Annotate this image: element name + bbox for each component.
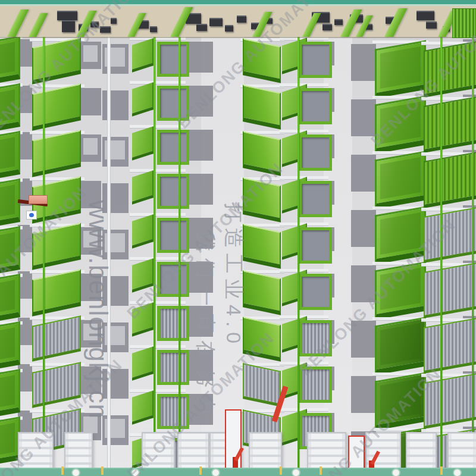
overhead-equipment [322, 24, 332, 30]
overhead-equipment [57, 11, 77, 20]
floor-marker-circle [212, 469, 219, 476]
rack-panel [0, 131, 20, 183]
shadow-block [186, 174, 213, 205]
rack-rail-green [298, 36, 299, 469]
rack-panel [424, 152, 476, 208]
aisle-floor-strip [0, 468, 476, 476]
factory-aerial-render: www.benlongkj.cn 打造工业4.0 我们一直在努力 BENLONG… [0, 0, 476, 476]
loading-station [406, 432, 437, 471]
shadow-block [351, 155, 376, 192]
rack-frame-slot [157, 218, 189, 253]
overhead-equipment [150, 26, 157, 32]
rack-panel [243, 270, 281, 315]
floor-marker-circle [73, 469, 79, 476]
floor-marker-dash [101, 466, 104, 475]
crane-logo-plate [26, 211, 37, 220]
rack-divider [132, 126, 154, 161]
rack-panel [424, 96, 476, 153]
floor-marker-circle [393, 469, 399, 476]
overhead-equipment [334, 19, 343, 25]
overhead-equipment [209, 18, 223, 26]
floor-marker-dash [199, 466, 202, 475]
shadowed-machine [83, 138, 98, 155]
rack-frame-slot [157, 350, 189, 385]
loading-station [64, 432, 93, 471]
rack-rail-green [43, 36, 45, 469]
rack-divider [132, 214, 154, 249]
floor-marker-circle [454, 469, 461, 476]
rack-frame-slot [299, 181, 332, 217]
rack-bracket [130, 213, 186, 217]
floor-marker-dash [61, 466, 64, 475]
overhead-equipment [426, 21, 437, 29]
shadow-block [351, 99, 376, 136]
rack-panel [375, 151, 426, 209]
rack-bracket [130, 125, 186, 129]
rack-frame-slot [157, 42, 189, 77]
loading-station [447, 432, 476, 471]
rack-rail-green [440, 36, 442, 469]
crane-logo-mark [29, 213, 34, 217]
rack-panel [32, 130, 81, 177]
shadow-block [102, 90, 129, 120]
overhead-equipment [225, 25, 233, 32]
rack-panel [243, 84, 281, 130]
loading-station [177, 432, 209, 471]
rack-bracket [130, 345, 186, 349]
rack-rail-green [472, 36, 474, 469]
rack-panel [32, 269, 81, 316]
rack-divider [132, 82, 154, 117]
rack-frame-slot [299, 227, 332, 264]
floor-marker-dash [440, 466, 443, 475]
rack-frame-slot [299, 42, 332, 78]
rack-frame-slot [157, 130, 189, 165]
rack-frame-slot [299, 134, 332, 171]
rack-frame-slot [157, 174, 189, 209]
ceiling-edge-highlight [0, 4, 476, 6]
shadow-block [186, 130, 213, 161]
rack-frame-slot [299, 274, 332, 310]
rack-divider [132, 170, 154, 205]
overhead-equipment [416, 11, 434, 20]
overhead-equipment [62, 20, 75, 32]
shadow-block [81, 88, 101, 115]
rack-divider [132, 38, 154, 73]
rack-panel [243, 224, 281, 269]
overhead-equipment [196, 24, 207, 31]
rack-bracket [130, 389, 186, 393]
robot-arm [234, 447, 244, 461]
floor-marker-dash [280, 466, 282, 475]
shadow-block [351, 210, 376, 247]
rack-frame-slot [299, 88, 332, 124]
shadow-block [186, 42, 213, 73]
rack-panel [0, 36, 20, 87]
robot-arm [370, 450, 380, 465]
floor-marker-circle [293, 469, 299, 476]
ceiling-edge-strip [0, 0, 476, 4]
shadow-block [351, 44, 376, 81]
loading-station [249, 432, 282, 471]
rack-bracket [130, 169, 186, 173]
rack-panel [0, 178, 20, 230]
stacker-crane-carriage [29, 195, 48, 204]
rack-rail-green [154, 36, 155, 469]
rack-panel [375, 317, 426, 375]
rack-panel [424, 262, 476, 318]
rack-frame-slot [157, 306, 189, 341]
shadow-block [351, 376, 376, 413]
rack-bracket [130, 37, 186, 40]
overhead-equipment [237, 15, 246, 23]
rack-bracket [130, 81, 186, 84]
